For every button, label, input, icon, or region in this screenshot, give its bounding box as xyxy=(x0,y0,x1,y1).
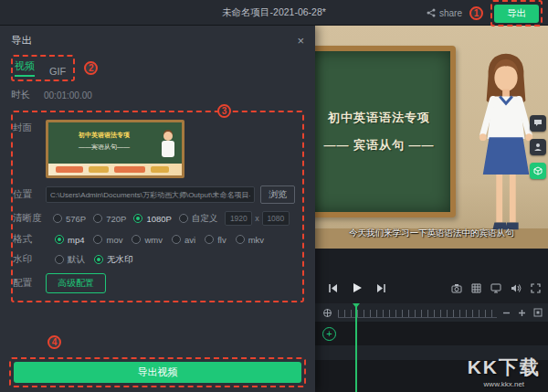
scene-side-toolbar xyxy=(530,115,546,179)
radio-icon xyxy=(133,214,142,223)
radio-icon xyxy=(55,255,64,264)
location-label: 位置 xyxy=(13,188,46,201)
subtitle-tool-button[interactable] xyxy=(530,115,546,132)
board-title-line1: 初中英语语法专项 xyxy=(328,110,430,126)
advanced-config-button[interactable]: 高级配置 xyxy=(46,273,106,293)
volume-button[interactable] xyxy=(511,283,522,293)
timeline-ruler[interactable] xyxy=(338,310,497,318)
radio-icon xyxy=(132,235,141,244)
format-option-mkv[interactable]: mkv xyxy=(236,235,264,245)
quality-option-1080p[interactable]: 1080P xyxy=(133,214,171,224)
transport-bar xyxy=(315,274,548,302)
fit-timeline-icon[interactable] xyxy=(533,308,543,317)
character-tool-button[interactable] xyxy=(530,139,546,155)
radio-icon xyxy=(55,235,64,244)
monitor-button[interactable] xyxy=(490,283,501,293)
format-option-flv[interactable]: flv xyxy=(205,235,227,245)
export-button[interactable]: 导出 xyxy=(494,5,539,23)
format-option-mov[interactable]: mov xyxy=(93,235,122,245)
watermark-option-default[interactable]: 默认 xyxy=(55,254,85,266)
times-separator: x xyxy=(255,214,259,223)
annotation-circle-2: 2 xyxy=(84,61,98,75)
share-label: share xyxy=(439,8,462,18)
format-label: 格式 xyxy=(13,233,46,246)
thumb-title-line1: 初中英语语法专项 xyxy=(54,131,154,140)
settings-highlight-box: 3 封面 初中英语语法专项 ——宾语从句—— 位置 浏览 xyxy=(11,111,304,302)
export-video-button[interactable]: 导出视频 xyxy=(14,362,301,383)
watermark-label: 水印 xyxy=(13,253,46,266)
format-option-mp4[interactable]: mp4 xyxy=(55,235,84,245)
format-option-wmv[interactable]: wmv xyxy=(132,235,163,245)
radio-icon xyxy=(53,214,62,223)
chalkboard: 初中英语语法专项 —— 宾语从句 —— xyxy=(315,46,456,217)
skip-forward-button[interactable] xyxy=(376,283,386,293)
annotation-circle-4: 4 xyxy=(47,335,61,349)
play-button[interactable] xyxy=(352,282,363,293)
export-highlight-box: 导出 xyxy=(490,0,543,26)
top-bar: 未命名项目-2021-06-28* share 1 导出 xyxy=(0,0,548,26)
fullscreen-button[interactable] xyxy=(531,283,541,293)
radio-icon xyxy=(93,214,102,223)
watermark-option-none[interactable]: 无水印 xyxy=(94,254,133,266)
caption-text: 今天我们来学习一下英语语法中的宾语从句 xyxy=(315,228,548,239)
cover-thumbnail[interactable]: 初中英语语法专项 ——宾语从句—— xyxy=(46,120,184,178)
timeline-ruler-row xyxy=(315,303,548,322)
tabs-highlight-box: 视频 GIF xyxy=(11,55,75,81)
tab-video[interactable]: 视频 xyxy=(15,59,35,79)
snapshot-button[interactable] xyxy=(451,283,462,293)
board-title-line2: —— 宾语从句 —— xyxy=(323,137,434,154)
quality-option-720p[interactable]: 720P xyxy=(93,214,126,224)
share-icon xyxy=(427,8,436,17)
dialog-title: 导出 xyxy=(11,34,32,48)
quality-label: 清晰度 xyxy=(13,212,46,225)
custom-width-input[interactable] xyxy=(225,211,252,226)
skip-back-button[interactable] xyxy=(328,283,338,293)
annotation-circle-3: 3 xyxy=(217,104,231,118)
props-tool-button[interactable] xyxy=(530,163,546,179)
browse-button[interactable]: 浏览 xyxy=(260,185,295,204)
track-area[interactable]: + xyxy=(315,322,548,392)
format-option-avi[interactable]: avi xyxy=(172,235,195,245)
grid-view-button[interactable] xyxy=(471,283,481,293)
radio-icon xyxy=(205,235,214,244)
radio-icon xyxy=(179,214,188,223)
thumb-banner xyxy=(48,164,182,175)
radio-icon xyxy=(172,235,181,244)
radio-icon xyxy=(94,255,103,264)
share-button[interactable]: share xyxy=(427,8,462,18)
stage-canvas[interactable]: 初中英语语法专项 —— 宾语从句 —— xyxy=(315,26,548,249)
config-label: 配置 xyxy=(13,277,46,290)
cube-icon xyxy=(533,166,543,175)
timeline-panel: + KK下载 www.kkx.net xyxy=(315,249,548,392)
radio-icon xyxy=(93,235,102,244)
speech-bubble-icon xyxy=(533,119,543,128)
thumb-title-line2: ——宾语从句—— xyxy=(54,143,154,152)
zoom-in-icon[interactable] xyxy=(518,309,526,317)
close-icon[interactable]: × xyxy=(297,35,304,47)
person-icon xyxy=(533,143,543,152)
quality-option-custom[interactable]: 自定义 xyxy=(179,213,218,225)
locate-playhead-button[interactable] xyxy=(322,308,332,318)
duration-value: 00:01:00.00 xyxy=(44,90,92,101)
tab-gif[interactable]: GIF xyxy=(49,66,66,79)
output-path-input[interactable] xyxy=(46,186,255,203)
add-track-button[interactable]: + xyxy=(322,327,336,341)
playhead[interactable] xyxy=(355,303,357,392)
custom-height-input[interactable] xyxy=(262,211,290,226)
thumb-character xyxy=(163,132,173,141)
timeline-track[interactable] xyxy=(315,345,548,360)
cover-label: 封面 xyxy=(13,122,46,134)
radio-icon xyxy=(236,235,245,244)
preview-panel: 初中英语语法专项 —— 宾语从句 —— xyxy=(315,26,548,392)
export-dialog: 导出 × 视频 GIF 2 时长 00:01:00.00 3 封面 初中英语语法… xyxy=(0,26,315,392)
quality-option-576p[interactable]: 576P xyxy=(53,214,86,224)
export-video-highlight-box: 导出视频 xyxy=(9,357,306,387)
app-window: 未命名项目-2021-06-28* share 1 导出 初中英语语法专项 ——… xyxy=(0,0,548,392)
duration-label: 时长 xyxy=(11,89,44,101)
annotation-circle-1: 1 xyxy=(469,6,483,20)
zoom-out-icon[interactable] xyxy=(502,309,511,317)
